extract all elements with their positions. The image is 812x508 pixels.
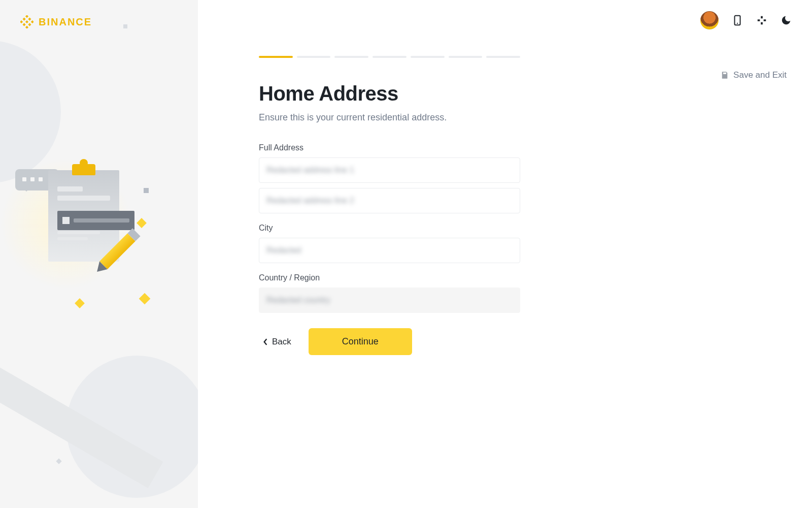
progress-indicator — [259, 56, 520, 58]
chevron-left-icon — [263, 338, 268, 345]
svg-rect-6 — [28, 18, 31, 21]
city-label: City — [259, 224, 520, 233]
country-label: Country / Region — [259, 273, 520, 282]
city-input[interactable]: Redacted — [259, 238, 520, 263]
svg-rect-3 — [31, 20, 33, 23]
binance-logo-icon — [20, 15, 33, 28]
progress-step — [297, 56, 331, 58]
progress-step — [373, 56, 407, 58]
full-address-label: Full Address — [259, 143, 520, 152]
decoration — [139, 293, 151, 305]
avatar-icon[interactable] — [700, 11, 719, 29]
svg-rect-7 — [23, 23, 26, 26]
globe-icon[interactable] — [756, 15, 767, 26]
decoration — [137, 218, 147, 228]
country-value: Redacted country — [266, 296, 330, 305]
address-line2-input[interactable]: Redacted address line 2 — [259, 188, 520, 213]
decoration — [144, 188, 149, 193]
decoration — [56, 458, 61, 464]
country-input: Redacted country — [259, 288, 520, 313]
progress-step — [334, 56, 368, 58]
progress-step — [411, 56, 445, 58]
progress-step — [259, 56, 293, 58]
brand-logo[interactable]: BINANCE — [20, 15, 92, 28]
address-line2-value: Redacted address line 2 — [266, 196, 354, 205]
city-value: Redacted — [266, 246, 301, 255]
back-button[interactable]: Back — [259, 330, 295, 354]
svg-rect-1 — [25, 26, 28, 28]
decoration — [75, 298, 85, 308]
page-title: Home Address — [259, 82, 520, 105]
brand-name: BINANCE — [39, 16, 92, 28]
svg-point-10 — [737, 23, 738, 24]
save-and-exit-button[interactable]: Save and Exit — [720, 70, 787, 80]
svg-rect-0 — [25, 15, 28, 18]
back-label: Back — [272, 337, 291, 347]
svg-rect-5 — [23, 18, 26, 21]
svg-rect-2 — [20, 20, 23, 23]
top-bar — [700, 11, 792, 29]
mobile-icon[interactable] — [732, 15, 743, 26]
save-icon — [720, 71, 729, 80]
main-content: Save and Exit Home Address Ensure this i… — [198, 0, 812, 508]
svg-rect-4 — [25, 20, 28, 23]
clipboard-icon — [48, 170, 119, 262]
page-subtitle: Ensure this is your current residential … — [259, 112, 520, 123]
save-and-exit-label: Save and Exit — [733, 70, 787, 80]
svg-rect-8 — [28, 23, 31, 26]
address-line1-input[interactable]: Redacted address line 1 — [259, 157, 520, 183]
decoration — [123, 24, 127, 28]
sidebar-illustration: BINANCE — [0, 0, 198, 508]
progress-step — [449, 56, 483, 58]
progress-step — [486, 56, 520, 58]
moon-icon[interactable] — [781, 15, 792, 26]
continue-button[interactable]: Continue — [309, 328, 412, 355]
clipboard-illustration — [48, 170, 119, 262]
address-line1-value: Redacted address line 1 — [266, 166, 354, 175]
